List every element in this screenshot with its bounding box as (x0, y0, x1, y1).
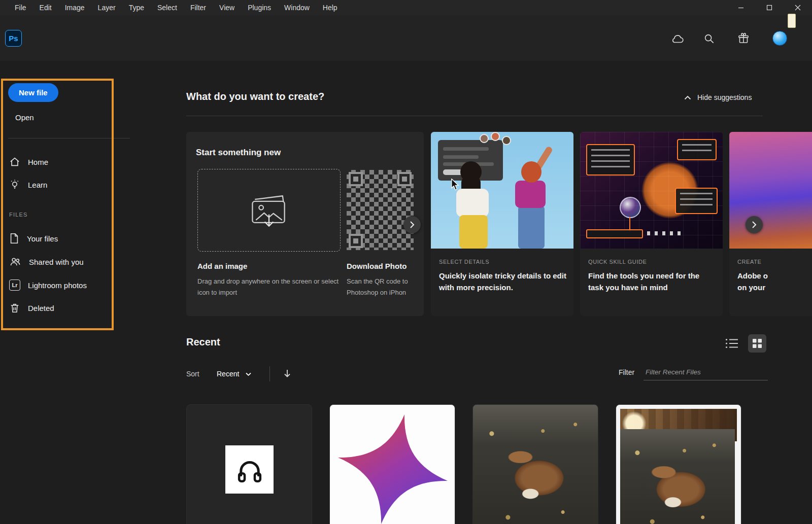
sidebar-item-label: Learn (28, 181, 47, 189)
add-image-description: Drag and drop anywhere on the screen or … (197, 276, 346, 298)
collage-squirrel-image (620, 429, 735, 524)
menu-plugins[interactable]: Plugins (241, 0, 278, 15)
sort-direction-button[interactable] (283, 369, 292, 379)
home-icon (9, 156, 20, 167)
sort-dropdown[interactable]: Recent (217, 370, 251, 378)
people-icon (9, 256, 21, 267)
qr-finder (397, 172, 412, 186)
qr-finder (349, 172, 363, 186)
quick-skill-image (580, 132, 723, 249)
sidebar-item-shared-with-you[interactable]: Shared with you (9, 255, 84, 269)
download-desc-line1: Scan the QR code to (347, 277, 408, 285)
recent-file-tile-collage[interactable] (616, 404, 741, 524)
menu-bar: File Edit Image Layer Type Select Filter… (0, 0, 812, 15)
grid-view-button[interactable] (748, 334, 766, 353)
recent-title: Recent (186, 336, 220, 348)
create-card-image (729, 132, 812, 249)
chevron-down-icon (246, 372, 251, 376)
gift-whats-new-icon[interactable] (736, 31, 751, 46)
menu-filter[interactable]: Filter (184, 0, 213, 15)
card-title: Adobe o on your (737, 270, 812, 294)
list-view-button[interactable] (725, 338, 738, 350)
search-icon[interactable] (702, 31, 716, 46)
trash-icon (9, 302, 20, 313)
cloud-sync-icon[interactable] (670, 31, 685, 46)
sidebar-item-your-files[interactable]: Your files (9, 231, 58, 246)
gradient-star-thumbnail (329, 404, 455, 524)
carousel-next-button-right[interactable] (746, 216, 763, 233)
panel-graphic (675, 188, 718, 214)
sidebar-item-lightroom-photos[interactable]: Lr Lightroom photos (9, 278, 87, 292)
lightroom-icon: Lr (9, 280, 20, 291)
card-select-details[interactable]: SELECT DETAILS Quickly isolate tricky de… (431, 132, 573, 316)
card-eyebrow: SELECT DETAILS (439, 259, 489, 265)
minimize-button[interactable] (727, 0, 755, 15)
grid-icon (753, 339, 762, 348)
menu-help[interactable]: Help (316, 0, 344, 15)
menu-edit[interactable]: Edit (33, 0, 58, 15)
panel-graphic (677, 139, 717, 160)
card-title: Quickly isolate tricky details to edit w… (439, 270, 567, 294)
suggestions-title: What do you want to create? (186, 91, 324, 102)
app-header (0, 15, 812, 61)
sidebar-divider (8, 138, 130, 138)
card-start-something-new: Start something new Add an image Drag an… (186, 132, 424, 316)
sort-label: Sort (186, 370, 199, 378)
photoshop-logo: Ps (5, 30, 22, 47)
recent-file-tile-star[interactable] (329, 404, 455, 524)
window-controls (727, 0, 812, 15)
sidebar-item-label: Shared with you (29, 258, 84, 266)
arrow-down-icon (283, 369, 291, 378)
qr-code[interactable] (347, 170, 414, 250)
close-button[interactable] (784, 0, 812, 15)
add-image-icon (246, 191, 292, 230)
chevron-up-icon (684, 95, 691, 100)
menu-view[interactable]: View (213, 0, 241, 15)
card-quick-skill-guide[interactable]: QUICK SKILL GUIDE Find the tools you nee… (580, 132, 723, 316)
bubble-graphic (620, 197, 641, 218)
menu-image[interactable]: Image (58, 0, 91, 15)
notification-chip-icon[interactable] (788, 14, 796, 28)
sidebar-item-learn[interactable]: Learn (9, 178, 47, 192)
qr-finder (349, 234, 363, 248)
sidebar-item-label: Home (28, 158, 48, 166)
download-desc-line2: Photoshop on iPhon (347, 289, 406, 296)
card-title: Find the tools you need for the task you… (588, 270, 716, 294)
select-details-image (431, 132, 573, 249)
hide-suggestions-button[interactable]: Hide suggestions (684, 93, 752, 101)
headphones-icon (235, 455, 264, 484)
suggestions-divider (186, 116, 763, 116)
panel-graphic (586, 144, 635, 176)
sort-divider (269, 366, 270, 381)
add-image-title: Add an image (197, 262, 247, 270)
hide-suggestions-label: Hide suggestions (697, 93, 752, 101)
menu-file[interactable]: File (8, 0, 33, 15)
photoshop-home-window: File Edit Image Layer Type Select Filter… (0, 0, 812, 524)
sidebar-item-deleted[interactable]: Deleted (9, 301, 54, 315)
recent-file-tile-audio[interactable] (186, 404, 312, 524)
files-section-label: FILES (9, 212, 28, 218)
add-image-dropzone[interactable] (197, 169, 341, 252)
sidebar-item-home[interactable]: Home (9, 155, 48, 169)
sort-value: Recent (217, 370, 239, 378)
carousel-next-button[interactable] (403, 216, 421, 233)
card-title-line1: Adobe o (737, 271, 768, 280)
new-file-button[interactable]: New file (8, 83, 58, 102)
menu-select[interactable]: Select (151, 0, 184, 15)
recent-file-tile-squirrel[interactable] (472, 404, 598, 524)
menu-window[interactable]: Window (278, 0, 316, 15)
user-avatar[interactable] (772, 31, 787, 46)
menu-type[interactable]: Type (122, 0, 151, 15)
card-create-clipped[interactable]: CREATE Adobe o on your (729, 132, 812, 316)
sidebar-item-label: Lightroom photos (28, 281, 87, 290)
maximize-button[interactable] (755, 0, 784, 15)
card-eyebrow: CREATE (737, 259, 761, 265)
filter-label: Filter (619, 368, 634, 376)
toolbar-graphic (586, 229, 643, 238)
download-photoshop-description: Scan the QR code to Photoshop on iPhon (347, 276, 423, 298)
menu-layer[interactable]: Layer (91, 0, 122, 15)
recent-files-grid (186, 404, 741, 524)
filter-recent-files-input[interactable] (644, 364, 768, 380)
chevron-right-icon (410, 221, 415, 229)
open-button[interactable]: Open (15, 113, 34, 122)
